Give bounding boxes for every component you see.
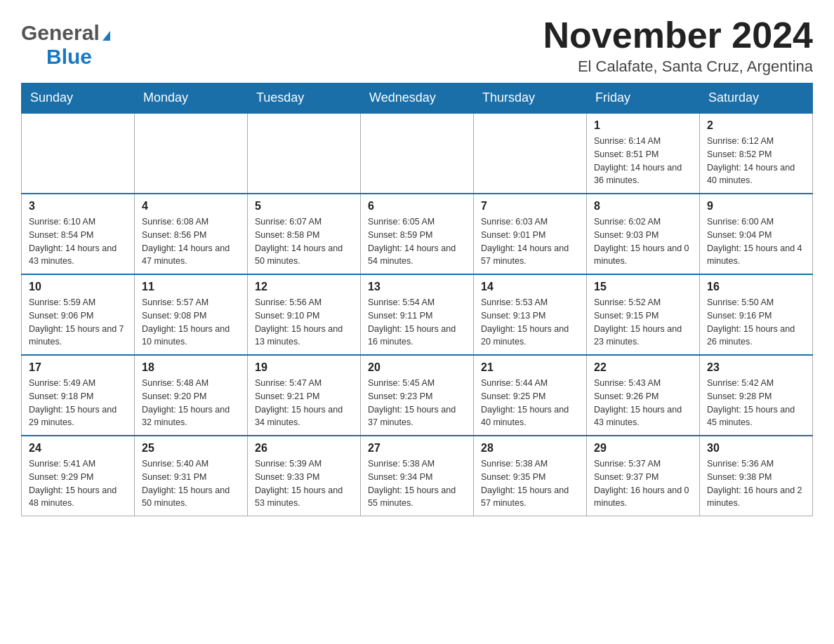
day-number: 26 <box>255 442 353 455</box>
logo-general: General <box>21 21 100 45</box>
calendar-day-cell: 27Sunrise: 5:38 AMSunset: 9:34 PMDayligh… <box>361 436 474 516</box>
day-number: 12 <box>255 281 353 293</box>
day-info: Sunrise: 5:50 AMSunset: 9:16 PMDaylight:… <box>707 296 805 349</box>
calendar-day-cell <box>248 113 361 194</box>
calendar-day-cell: 21Sunrise: 5:44 AMSunset: 9:25 PMDayligh… <box>474 355 587 436</box>
day-info: Sunrise: 5:41 AMSunset: 9:29 PMDaylight:… <box>29 457 127 510</box>
day-info: Sunrise: 5:36 AMSunset: 9:38 PMDaylight:… <box>707 457 805 510</box>
header: General Blue November 2024 El Calafate, … <box>21 14 813 76</box>
calendar-day-cell: 11Sunrise: 5:57 AMSunset: 9:08 PMDayligh… <box>135 274 248 355</box>
calendar-day-cell: 24Sunrise: 5:41 AMSunset: 9:29 PMDayligh… <box>22 436 135 516</box>
day-number: 17 <box>29 361 127 374</box>
day-info: Sunrise: 5:48 AMSunset: 9:20 PMDaylight:… <box>142 377 240 429</box>
calendar-day-cell: 20Sunrise: 5:45 AMSunset: 9:23 PMDayligh… <box>361 355 474 436</box>
day-info: Sunrise: 6:12 AMSunset: 8:52 PMDaylight:… <box>707 135 805 187</box>
day-number: 3 <box>29 200 127 213</box>
day-number: 24 <box>29 442 127 455</box>
day-number: 10 <box>29 281 127 293</box>
calendar-day-cell: 8Sunrise: 6:02 AMSunset: 9:03 PMDaylight… <box>587 194 700 274</box>
day-info: Sunrise: 6:07 AMSunset: 8:58 PMDaylight:… <box>255 215 353 268</box>
col-header-monday: Monday <box>135 83 248 114</box>
day-number: 25 <box>142 442 240 455</box>
calendar-day-cell: 22Sunrise: 5:43 AMSunset: 9:26 PMDayligh… <box>587 355 700 436</box>
calendar-day-cell: 18Sunrise: 5:48 AMSunset: 9:20 PMDayligh… <box>135 355 248 436</box>
title-area: November 2024 El Calafate, Santa Cruz, A… <box>543 14 813 76</box>
day-number: 29 <box>594 442 692 455</box>
day-number: 30 <box>707 442 805 455</box>
logo-blue-text: Blue <box>46 45 92 68</box>
day-number: 13 <box>368 281 466 293</box>
calendar-day-cell <box>474 113 587 194</box>
col-header-thursday: Thursday <box>474 83 587 114</box>
day-number: 19 <box>255 361 353 374</box>
day-number: 21 <box>481 361 579 374</box>
calendar-week-row: 1Sunrise: 6:14 AMSunset: 8:51 PMDaylight… <box>22 113 813 194</box>
calendar-day-cell: 14Sunrise: 5:53 AMSunset: 9:13 PMDayligh… <box>474 274 587 355</box>
calendar-week-row: 17Sunrise: 5:49 AMSunset: 9:18 PMDayligh… <box>22 355 813 436</box>
day-number: 9 <box>707 200 805 213</box>
day-number: 16 <box>707 281 805 293</box>
calendar-day-cell <box>361 113 474 194</box>
logo: General Blue <box>21 14 110 69</box>
day-info: Sunrise: 5:37 AMSunset: 9:37 PMDaylight:… <box>594 457 692 510</box>
calendar-day-cell: 13Sunrise: 5:54 AMSunset: 9:11 PMDayligh… <box>361 274 474 355</box>
day-number: 11 <box>142 281 240 293</box>
calendar-day-cell: 3Sunrise: 6:10 AMSunset: 8:54 PMDaylight… <box>22 194 135 274</box>
calendar-day-cell: 9Sunrise: 6:00 AMSunset: 9:04 PMDaylight… <box>700 194 813 274</box>
day-number: 14 <box>481 281 579 293</box>
calendar-day-cell: 5Sunrise: 6:07 AMSunset: 8:58 PMDaylight… <box>248 194 361 274</box>
calendar-day-cell: 10Sunrise: 5:59 AMSunset: 9:06 PMDayligh… <box>22 274 135 355</box>
day-number: 6 <box>368 200 466 213</box>
day-number: 20 <box>368 361 466 374</box>
calendar-day-cell: 29Sunrise: 5:37 AMSunset: 9:37 PMDayligh… <box>587 436 700 516</box>
day-info: Sunrise: 5:44 AMSunset: 9:25 PMDaylight:… <box>481 377 579 429</box>
col-header-saturday: Saturday <box>700 83 813 114</box>
day-info: Sunrise: 5:38 AMSunset: 9:35 PMDaylight:… <box>481 457 579 510</box>
day-info: Sunrise: 6:10 AMSunset: 8:54 PMDaylight:… <box>29 215 127 268</box>
day-number: 18 <box>142 361 240 374</box>
day-info: Sunrise: 5:52 AMSunset: 9:15 PMDaylight:… <box>594 296 692 349</box>
calendar-day-cell <box>22 113 135 194</box>
calendar-day-cell: 25Sunrise: 5:40 AMSunset: 9:31 PMDayligh… <box>135 436 248 516</box>
month-year-title: November 2024 <box>543 14 813 56</box>
calendar-day-cell: 17Sunrise: 5:49 AMSunset: 9:18 PMDayligh… <box>22 355 135 436</box>
day-info: Sunrise: 5:54 AMSunset: 9:11 PMDaylight:… <box>368 296 466 349</box>
calendar-day-cell: 28Sunrise: 5:38 AMSunset: 9:35 PMDayligh… <box>474 436 587 516</box>
calendar-day-cell: 19Sunrise: 5:47 AMSunset: 9:21 PMDayligh… <box>248 355 361 436</box>
day-info: Sunrise: 6:05 AMSunset: 8:59 PMDaylight:… <box>368 215 466 268</box>
calendar-day-cell: 30Sunrise: 5:36 AMSunset: 9:38 PMDayligh… <box>700 436 813 516</box>
day-info: Sunrise: 5:57 AMSunset: 9:08 PMDaylight:… <box>142 296 240 349</box>
day-info: Sunrise: 6:02 AMSunset: 9:03 PMDaylight:… <box>594 215 692 268</box>
day-info: Sunrise: 5:39 AMSunset: 9:33 PMDaylight:… <box>255 457 353 510</box>
day-number: 23 <box>707 361 805 374</box>
day-info: Sunrise: 6:14 AMSunset: 8:51 PMDaylight:… <box>594 135 692 187</box>
day-info: Sunrise: 5:47 AMSunset: 9:21 PMDaylight:… <box>255 377 353 429</box>
day-info: Sunrise: 5:59 AMSunset: 9:06 PMDaylight:… <box>29 296 127 349</box>
calendar-week-row: 3Sunrise: 6:10 AMSunset: 8:54 PMDaylight… <box>22 194 813 274</box>
day-number: 5 <box>255 200 353 213</box>
day-number: 4 <box>142 200 240 213</box>
day-info: Sunrise: 5:40 AMSunset: 9:31 PMDaylight:… <box>142 457 240 510</box>
day-info: Sunrise: 5:53 AMSunset: 9:13 PMDaylight:… <box>481 296 579 349</box>
calendar-day-cell: 12Sunrise: 5:56 AMSunset: 9:10 PMDayligh… <box>248 274 361 355</box>
calendar-day-cell: 23Sunrise: 5:42 AMSunset: 9:28 PMDayligh… <box>700 355 813 436</box>
calendar-day-cell: 6Sunrise: 6:05 AMSunset: 8:59 PMDaylight… <box>361 194 474 274</box>
calendar-week-row: 24Sunrise: 5:41 AMSunset: 9:29 PMDayligh… <box>22 436 813 516</box>
day-number: 8 <box>594 200 692 213</box>
calendar-day-cell: 15Sunrise: 5:52 AMSunset: 9:15 PMDayligh… <box>587 274 700 355</box>
day-info: Sunrise: 5:49 AMSunset: 9:18 PMDaylight:… <box>29 377 127 429</box>
day-info: Sunrise: 5:56 AMSunset: 9:10 PMDaylight:… <box>255 296 353 349</box>
day-info: Sunrise: 5:45 AMSunset: 9:23 PMDaylight:… <box>368 377 466 429</box>
day-info: Sunrise: 6:08 AMSunset: 8:56 PMDaylight:… <box>142 215 240 268</box>
calendar-header-row: SundayMondayTuesdayWednesdayThursdayFrid… <box>22 83 813 114</box>
calendar-week-row: 10Sunrise: 5:59 AMSunset: 9:06 PMDayligh… <box>22 274 813 355</box>
calendar-day-cell: 2Sunrise: 6:12 AMSunset: 8:52 PMDaylight… <box>700 113 813 194</box>
day-number: 28 <box>481 442 579 455</box>
day-info: Sunrise: 5:43 AMSunset: 9:26 PMDaylight:… <box>594 377 692 429</box>
location-subtitle: El Calafate, Santa Cruz, Argentina <box>543 58 813 76</box>
calendar-day-cell: 7Sunrise: 6:03 AMSunset: 9:01 PMDaylight… <box>474 194 587 274</box>
day-number: 7 <box>481 200 579 213</box>
day-info: Sunrise: 6:03 AMSunset: 9:01 PMDaylight:… <box>481 215 579 268</box>
day-number: 15 <box>594 281 692 293</box>
calendar-day-cell: 16Sunrise: 5:50 AMSunset: 9:16 PMDayligh… <box>700 274 813 355</box>
